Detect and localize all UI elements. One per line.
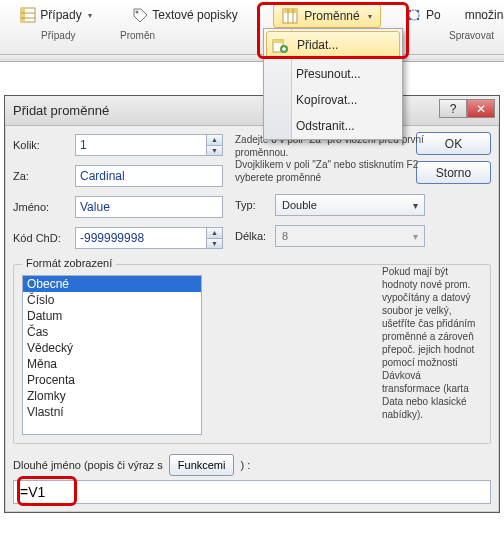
kod-input[interactable] [75,227,223,249]
ok-button[interactable]: OK [416,132,491,155]
kolik-spinner[interactable]: ▲▼ [75,134,223,156]
storno-button[interactable]: Storno [416,161,491,184]
longname-input[interactable] [13,480,491,504]
format-list-item[interactable]: Vědecký [23,340,201,356]
ribbon-group-cases-title: Případy [6,30,106,41]
spinner-up-icon[interactable]: ▲ [206,228,222,238]
format-list-item[interactable]: Čas [23,324,201,340]
cases-icon [20,7,36,23]
svg-rect-6 [283,9,297,13]
kod-spinner[interactable]: ▲▼ [75,227,223,249]
kolik-input[interactable] [75,134,223,156]
ribbon-cases-label: Případy [40,8,81,22]
svg-point-4 [136,11,139,14]
format-list-item[interactable]: Zlomky [23,388,201,404]
label-kod: Kód ChD: [13,232,75,244]
format-groupbox-title: Formát zobrazení [22,257,116,269]
typ-select[interactable]: Double [275,194,425,216]
format-list-item[interactable]: Procenta [23,372,201,388]
svg-point-10 [409,10,411,12]
longname-label-before: Dlouhé jméno (popis či výraz s [13,459,163,471]
label-typ: Typ: [235,199,275,211]
menu-item-copy[interactable]: Kopírovat... [264,87,402,113]
dialog-title: Přidat proměnné [13,103,109,118]
add-variables-dialog: Přidat proměnné ? ✕ OK Storno Kolik: ▲▼ [4,95,500,513]
menu-item-copy-label: Kopírovat... [296,93,357,107]
delka-select: 8 [275,225,425,247]
menu-item-add[interactable]: Přidat... [266,31,400,59]
ribbon-group-labels-title: Proměn [110,30,260,41]
ribbon-variables-label: Proměnné [304,9,359,23]
chevron-down-icon: ▾ [368,12,372,21]
label-kolik: Kolik: [13,139,75,151]
format-list-item[interactable]: Měna [23,356,201,372]
chevron-down-icon: ▾ [88,11,92,20]
format-list-item[interactable]: Datum [23,308,201,324]
functions-button[interactable]: Funkcemi [169,454,235,476]
question-icon: ? [450,102,457,116]
menu-item-move-label: Přesunout... [296,67,361,81]
label-delka: Délka: [235,230,275,242]
menu-item-delete[interactable]: Odstranit... [264,113,402,139]
longname-label-after: ) : [240,459,250,471]
close-icon: ✕ [476,102,486,116]
ribbon-subset-label-b: množina [465,8,504,22]
spinner-down-icon[interactable]: ▼ [206,238,222,249]
format-listbox[interactable]: ObecnéČísloDatumČasVědeckýMěnaProcentaZl… [22,275,202,435]
svg-point-11 [417,10,419,12]
subset-icon [406,7,422,23]
ribbon-cases-button[interactable]: Případy ▾ [13,4,98,26]
ribbon-text-labels-button[interactable]: Textové popisky [125,4,244,26]
za-input[interactable] [75,165,223,187]
label-za: Za: [13,170,75,182]
ribbon-subset-label-a: Po [426,8,441,22]
dialog-close-button[interactable]: ✕ [467,99,495,118]
format-list-item[interactable]: Vlastní [23,404,201,420]
dialog-help-button[interactable]: ? [439,99,467,118]
variables-dropdown-menu: Přidat... Přesunout... Kopírovat... Odst… [263,28,403,140]
svg-point-13 [409,18,411,20]
right-hint-text: Pokud mají být hodnoty nové prom. vypočí… [382,265,482,421]
ribbon-group-subset-title: Spravovat [399,30,504,41]
ribbon-text-labels-label: Textové popisky [152,8,237,22]
jmeno-input[interactable] [75,196,223,218]
spinner-up-icon[interactable]: ▲ [206,135,222,145]
format-list-item[interactable]: Číslo [23,292,201,308]
format-groupbox: Formát zobrazení ObecnéČísloDatumČasVěde… [13,264,491,444]
hint-text: Zadejte 0 v poli "Za" pro vložení před p… [235,134,425,184]
svg-point-12 [417,18,419,20]
dialog-titlebar: Přidat proměnné ? ✕ [5,96,499,126]
ribbon-subset-button[interactable]: Pomnožina [399,4,504,26]
ribbon-variables-button[interactable]: Proměnné ▾ [273,4,380,28]
svg-rect-15 [273,40,283,43]
menu-item-delete-label: Odstranit... [296,119,355,133]
tag-icon [132,7,148,23]
svg-rect-1 [21,8,25,22]
menu-item-add-label: Přidat... [297,38,338,52]
spinner-down-icon[interactable]: ▼ [206,145,222,156]
menu-item-move[interactable]: Přesunout... [264,61,402,87]
variables-icon [282,8,298,24]
add-icon [272,37,288,53]
label-jmeno: Jméno: [13,201,75,213]
format-list-item[interactable]: Obecné [23,276,201,292]
